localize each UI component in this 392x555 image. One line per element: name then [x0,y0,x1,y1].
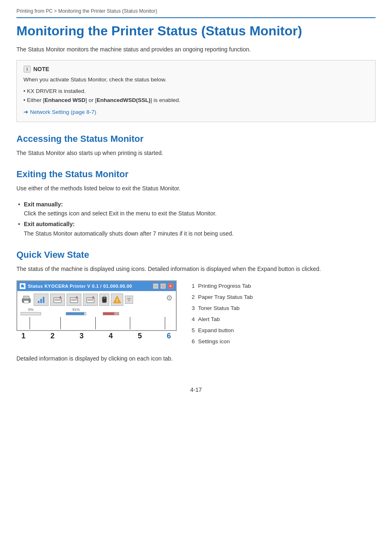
note-header: i NOTE [23,65,369,73]
sm-maximize-btn[interactable]: □ [160,283,166,289]
exiting-bullets: Exit manually: Click the settings icon a… [16,200,376,238]
progress-item-1: 0% [21,308,41,315]
sm-titlebar-left: Status KYOCERA Printer V 0.1 / 01.000.00… [20,283,132,289]
legend-item-2: 2 Paper Tray Status Tab [189,291,253,303]
progress-fill-2 [66,312,84,315]
svg-rect-11 [43,297,44,303]
callout-numbers-row: 1 2 3 4 5 6 [16,331,177,340]
exit-auto-item: Exit automatically: The Status Monitor a… [16,220,376,238]
note-link[interactable]: Network Setting (page 8-7) [23,108,369,117]
sm-close-btn[interactable]: ✕ [168,283,173,289]
tab-toner-status[interactable] [99,294,109,306]
progress-item-2: 91% [66,308,86,315]
legend-num-6: 6 [189,336,195,347]
note-bullets: KX DRIVER is installed. Either [Enhanced… [23,87,369,104]
sm-title-icon [20,283,25,289]
legend-item-3: 3 Toner Status Tab [189,303,253,314]
sm-titlebar-controls[interactable]: − □ ✕ [153,283,173,289]
svg-point-8 [28,299,29,301]
svg-rect-14 [55,300,60,301]
callout-5: 5 [138,332,142,340]
status-monitor-window: Status KYOCERA Printer V 0.1 / 01.000.00… [16,280,177,340]
callout-line-1 [30,317,30,329]
svg-rect-10 [40,299,42,303]
note-body: When you activate Status Monitor, check … [23,75,369,116]
svg-rect-26 [104,296,105,297]
quick-view-content: Status KYOCERA Printer V 0.1 / 01.000.00… [16,280,376,347]
sm-settings-icon-6[interactable]: ⚙ [166,294,173,303]
exit-auto-label: Exit automatically: [24,221,75,227]
tab-paper-tray-2[interactable]: 2 [67,294,81,306]
callout-3: 3 [80,332,84,340]
svg-rect-7 [24,301,29,303]
sm-tabs-row: 2 2 [21,294,173,306]
progress-bar-1 [21,312,41,315]
expand-button[interactable]: ▽ [125,296,133,304]
svg-text:2: 2 [76,296,78,299]
tab-alert[interactable]: ! [111,294,123,306]
svg-rect-9 [38,301,39,303]
sm-minimize-btn[interactable]: − [153,283,159,289]
legend-item-6: 6 Settings icon [189,336,253,347]
section-exiting: Exiting the Status Monitor Use either of… [16,169,376,238]
svg-rect-13 [55,299,60,300]
sm-printer-icon [21,295,32,305]
legend-list: 1 Printing Progress Tab 2 Paper Tray Sta… [189,280,253,347]
legend-text-4: Alert Tab [198,314,220,325]
section-quickview-title: Quick View State [16,250,376,260]
legend-num-3: 3 [189,303,195,314]
progress-label-2: 91% [72,308,80,312]
svg-text:!: ! [116,298,118,303]
callout-4: 4 [108,332,113,340]
progress-fill-3 [103,312,114,315]
callout-1: 1 [21,332,25,340]
svg-text:2: 2 [92,296,94,299]
callout-line-2 [60,317,61,329]
note-box: i NOTE When you activate Status Monitor,… [16,60,376,122]
exit-manually-item: Exit manually: Click the settings icon a… [16,200,376,218]
legend-text-3: Toner Status Tab [198,303,240,314]
exit-manually-label: Exit manually: [24,201,63,208]
section-exiting-intro: Use either of the methods listed below t… [16,184,376,193]
svg-rect-18 [71,300,77,301]
section-quickview: Quick View State The status of the machi… [16,250,376,361]
note-bullet-1: KX DRIVER is installed. [23,87,369,96]
bottom-text: Detailed information is displayed by cli… [16,355,376,362]
progress-bar-2 [66,312,86,315]
intro-text: The Status Monitor monitors the machine … [16,46,376,53]
progress-item-3 [103,312,119,315]
callout-line-5 [165,317,165,329]
sm-progress-section: 0% 91% [21,308,173,315]
breadcrumb: Printing from PC > Monitoring the Printe… [16,8,376,18]
sm-titlebar: Status KYOCERA Printer V 0.1 / 01.000.00… [17,281,176,291]
section-accessing-title: Accessing the Status Monitor [16,134,376,144]
tab-printing-progress[interactable] [34,294,48,306]
page-number: 4-17 [16,386,376,393]
svg-rect-4 [21,284,23,286]
sm-title-text: Status KYOCERA Printer V 0.1 / 01.000.00… [28,284,132,289]
sm-body: ⚙ [17,291,176,330]
tab-paper-tray-3[interactable]: 2 [83,294,98,306]
svg-rect-22 [88,300,93,301]
legend-num-2: 2 [189,291,195,303]
exit-auto-detail: The Status Monitor automatically shuts d… [24,230,233,237]
note-label: NOTE [33,66,49,72]
exit-manually-detail: Click the settings icon and select Exit … [24,210,217,217]
svg-text:2: 2 [60,296,61,299]
status-monitor-mockup: Status KYOCERA Printer V 0.1 / 01.000.00… [16,280,177,331]
section-quickview-text: The status of the machine is displayed u… [16,264,376,273]
callout-line-3 [95,317,96,329]
svg-rect-6 [23,296,29,299]
callout-6: 6 [167,332,171,340]
page-title: Monitoring the Printer Status (Status Mo… [16,23,376,39]
note-icon: i [23,65,31,73]
tab-paper-tray-1[interactable]: 2 [50,294,65,306]
legend-text-1: Printing Progress Tab [198,280,251,291]
legend-num-4: 4 [189,314,195,325]
section-exiting-title: Exiting the Status Monitor [16,169,376,180]
svg-rect-21 [88,299,93,300]
callout-2: 2 [51,332,55,340]
note-bullet-2: Either [Enhanced WSD] or [EnhancedWSD(SS… [23,96,369,105]
section-accessing-text: The Status Monitor also starts up when p… [16,148,376,157]
callout-line-4 [130,317,130,329]
